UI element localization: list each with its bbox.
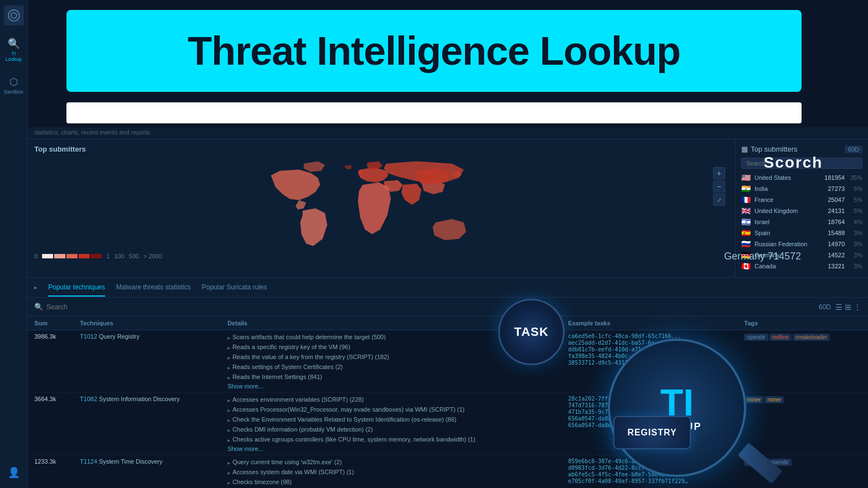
sidebar-item-user[interactable]: 👤 — [3, 457, 25, 488]
cell-sum: 3664.3k — [28, 393, 73, 455]
svg-point-0 — [8, 10, 19, 21]
cell-technique: T1082 System Information Discovery — [73, 393, 221, 455]
world-map — [34, 157, 728, 251]
table-search-input[interactable] — [46, 303, 813, 311]
country-pct: 5% — [848, 207, 862, 214]
country-pct: 5% — [848, 196, 862, 203]
cell-technique: T1012 Query Registry — [73, 330, 221, 393]
country-flag: 🇮🇳 — [741, 184, 751, 193]
legend-0: 0 — [34, 253, 38, 259]
tag-badge: redline — [769, 334, 792, 341]
country-pct: 5% — [848, 185, 862, 192]
table-toolbar: 🔍 60D ☰ ⊞ ⋮ — [28, 298, 868, 316]
show-more-link[interactable]: Show more... — [228, 445, 264, 452]
search-icon: 🔍 — [34, 303, 43, 311]
sidebar-item-label: TI Lookup — [5, 51, 23, 63]
toolbar-right: 60D ☰ ⊞ ⋮ — [819, 303, 861, 312]
map-legend: 0 1 100 500 > 2000 — [34, 253, 728, 259]
detail-item: ▸ Reads settings of System Certificates … — [228, 363, 555, 372]
sidebar-logo — [4, 6, 24, 25]
detail-item: ▸ Accesses Processor(Win32_Processor, ma… — [228, 406, 555, 414]
zoom-fit-button[interactable]: ⤢ — [713, 194, 725, 206]
cell-details: ▸ Accesses environment variables (SCRIPT… — [221, 393, 561, 455]
country-pct: 3% — [848, 230, 862, 236]
germany-overlay: Germany 714572 — [719, 251, 868, 262]
country-row: 🇷🇺 Russian Federation 14970 3% — [741, 238, 862, 250]
overlay-ti-text: TI — [660, 383, 694, 421]
country-flag: 🇬🇧 — [741, 206, 751, 215]
hero-title: Threat Intelligence Lookup — [188, 28, 680, 74]
country-flag: 🇪🇸 — [741, 229, 751, 237]
country-pct: 35% — [848, 174, 862, 181]
country-count: 14970 — [822, 241, 845, 247]
cell-tags: minerminer — [737, 393, 868, 455]
cell-technique: T1124 System Time Discovery — [73, 455, 221, 489]
country-row: 🇪🇸 Spain 15488 3% — [741, 227, 862, 238]
country-row: 🇮🇱 Israel 18764 4% — [741, 216, 862, 227]
sidebar-item-sandbox[interactable]: ⬡ Sandbox — [3, 70, 25, 101]
sidebar-item-ti-lookup[interactable]: 🔍 TI Lookup — [3, 34, 25, 65]
sidebar: 🔍 TI Lookup ⬡ Sandbox 👤 — [0, 0, 28, 488]
col-example-tasks: Example tasks — [561, 316, 737, 330]
cell-tags: opendirredlinesmakeloader — [737, 330, 868, 393]
tab-popular-techniques[interactable]: Popular techniques — [48, 279, 105, 297]
detail-item: ▸ Query current time using 'w32tm.exe' (… — [228, 458, 555, 467]
technique-id-link[interactable]: T1124 — [80, 458, 97, 465]
time-filter-badge[interactable]: 60D — [819, 303, 831, 311]
overlay-task-text: TASK — [514, 325, 549, 339]
show-more-link[interactable]: Show more... — [228, 383, 264, 390]
country-pct: 3% — [848, 263, 862, 269]
legend-100: 100 — [114, 253, 124, 259]
subtitle-bar: statistics, charts, recent events and re… — [28, 127, 868, 139]
detail-item: ▸ Checks DMI information (probably VM de… — [228, 425, 555, 434]
overlay-registry: REGISTRY — [613, 416, 691, 449]
hero-banner: Threat Intelligence Lookup — [66, 10, 802, 92]
country-row: 🇬🇧 United Kingdom 24131 5% — [741, 205, 862, 216]
legend-500: 500 — [129, 253, 139, 259]
country-count: 18764 — [822, 219, 845, 225]
time-badge[interactable]: 60D — [845, 146, 862, 153]
detail-item: ▸ Accesses system date via WMI (SCRIPT) … — [228, 468, 555, 477]
search-bar-container — [66, 102, 802, 123]
detail-item: ▸ Reads the value of a key from the regi… — [228, 353, 555, 362]
sidebar-item-label: Sandbox — [4, 90, 24, 95]
grid-view-button[interactable]: ⊞ — [845, 303, 851, 312]
example-hash-link[interactable]: e705cf0f-4a08-49af-8957-337fb71f229f... — [568, 478, 690, 484]
scorch-overlay: Scorch — [719, 154, 868, 172]
list-view-button[interactable]: ☰ — [835, 303, 843, 312]
zoom-out-button[interactable]: − — [713, 180, 725, 193]
cell-details: ▸ Query current time using 'w32tm.exe' (… — [221, 455, 561, 489]
country-count: 181954 — [822, 174, 845, 181]
cell-sum: 1233.3k — [28, 455, 73, 489]
tab-malware-threats[interactable]: Malware threats statistics — [116, 279, 191, 297]
tag-badge: miner — [744, 396, 763, 403]
col-techniques: Techniques — [73, 316, 221, 330]
submitters-header: ▦ Top submitters 60D — [741, 145, 862, 153]
detail-item: ▸ Checks timezone (98) — [228, 478, 555, 487]
technique-id-link[interactable]: T1082 — [80, 396, 97, 402]
country-name: Spain — [755, 230, 818, 236]
tab-arrow: ▸ — [34, 284, 37, 290]
tabs-bar: ▸ Popular techniques Malware threats sta… — [28, 278, 868, 298]
country-count: 15488 — [822, 230, 845, 236]
detail-item: ▸ Accesses environment variables (SCRIPT… — [228, 396, 555, 404]
table-row: 1233.3k T1124 System Time Discovery ▸ Qu… — [28, 455, 868, 489]
country-flag: 🇨🇦 — [741, 262, 751, 271]
technique-id-link[interactable]: T1012 — [80, 333, 97, 340]
tab-suricata-rules[interactable]: Popular Suricata rules — [202, 279, 267, 297]
country-count: 13221 — [822, 263, 845, 269]
country-flag: 🇮🇱 — [741, 217, 751, 226]
country-name: United Kingdom — [755, 207, 818, 214]
table-search-container: 🔍 — [34, 303, 813, 311]
technique-name: Query Registry — [99, 333, 140, 340]
search-icon: 🔍 — [8, 38, 20, 50]
map-panel: Top submitters — [28, 139, 735, 277]
country-row: 🇨🇦 Canada 13221 3% — [741, 261, 862, 272]
bar-chart-icon: ▦ — [741, 145, 748, 153]
map-title: Top submitters — [34, 145, 728, 153]
more-options-button[interactable]: ⋮ — [854, 303, 861, 312]
col-sum: Sum — [28, 316, 73, 330]
main-search-input[interactable] — [66, 102, 802, 123]
overlay-task-circle: TASK — [498, 299, 565, 365]
country-row: 🇺🇸 United States 181954 35% — [741, 172, 862, 183]
